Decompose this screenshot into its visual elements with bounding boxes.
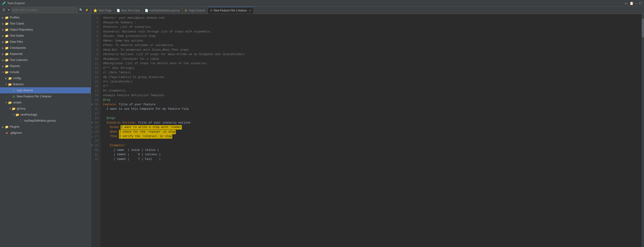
sidebar-item-keywords[interactable]: ▶ 📁 Keywords <box>0 51 91 57</box>
sidebar-item-checkpoints[interactable]: ▶ 📁 Checkpoints <box>0 45 91 51</box>
scrollbar-thumb[interactable] <box>642 19 644 37</box>
sidebar-item-reports[interactable]: ▶ 📁 Reports <box>0 63 91 69</box>
search-wrap <box>12 8 78 13</box>
warning-icon-26: ⚠ <box>92 130 93 134</box>
ln-8: 8 <box>91 48 100 53</box>
ln-16: 16 <box>91 84 100 89</box>
sidebar-item-login-feature[interactable]: ⚙ logIn.feature <box>0 87 91 93</box>
label-profiles: Profiles <box>10 16 20 19</box>
code-line-9: #Scenario Outline: List of steps for dat… <box>103 52 639 57</box>
code-line-16: #"" <box>103 84 639 89</box>
code-line-26: When I check for the <value> in step <box>103 130 639 134</box>
sidebar-item-features[interactable]: ▼ 📂 features <box>0 81 91 87</box>
ln-9: 9 <box>91 52 100 57</box>
code-line-1: #Author: your.email@your.domain.com <box>103 16 639 21</box>
arrow-checkpoints: ▶ <box>2 47 5 49</box>
label-newpackage: newPackage <box>20 113 37 116</box>
collapse-all-btn[interactable]: ☰ <box>2 8 6 12</box>
code-line-23: @tag1 <box>103 116 639 121</box>
label-reports: Reports <box>10 64 20 68</box>
search-input[interactable] <box>12 9 76 12</box>
label-groovy: groovy <box>17 107 26 110</box>
mystepdef-tab-icon: 📄 <box>145 9 148 12</box>
label-login-feature: logIn.feature <box>17 89 33 92</box>
folder-icon-object-repository: 📁 <box>5 28 9 32</box>
title-bar-maximize-btn[interactable]: ☐ <box>639 2 642 5</box>
ln-29: ▼29 <box>91 143 100 148</box>
sidebar-item-test-listeners[interactable]: ▶ 📁 Test Listeners <box>0 57 91 63</box>
folder-icon-features: 📂 <box>8 83 12 86</box>
tab-login-feature[interactable]: ⚙ *logIn.feature <box>182 7 208 14</box>
title-bar-text: Tests Explorer <box>7 2 25 5</box>
feature-icon-login: ⚙ <box>12 89 16 92</box>
code-line-32: | name2 | 7 | Fail | <box>103 157 639 162</box>
code-line-30: | name | value | status | <box>103 148 639 153</box>
line-numbers: 1 2 3 4 5 6 7 8 9 10 11 12 13 14 <box>91 14 100 247</box>
folder-icon-profiles: 📁 <box>5 16 9 19</box>
sidebar-item-data-files[interactable]: ▶ 📁 Data Files <box>0 39 91 45</box>
sidebar-item-test-cases[interactable]: ▶ 📁 Test Cases <box>0 21 91 27</box>
code-line-19: @tag <box>103 98 639 103</box>
arrow-groovy: ▼ <box>8 107 12 110</box>
arrow-object-repository: ▶ <box>2 29 5 31</box>
ln-2: 2 <box>91 21 100 25</box>
sidebar-item-profiles[interactable]: ▶ 📁 Profiles <box>0 15 91 21</box>
title-bar-pin-btn[interactable]: 📋 <box>630 2 634 5</box>
folder-icon-data-files: 📁 <box>5 40 9 44</box>
code-area: 1 2 3 4 5 6 7 8 9 10 11 12 13 14 <box>91 14 642 247</box>
sidebar-item-new-feature-file[interactable]: ⚙ New Feature File 1.feature <box>0 93 91 99</box>
code-line-11: #Background: List of steps run before ea… <box>103 61 639 66</box>
search-options-btn[interactable]: ⚡ <box>84 9 89 12</box>
ln-19: 19 <box>91 98 100 103</box>
sidebar-item-scripts[interactable]: ▼ 📂 scripts <box>0 99 91 106</box>
title-bar-controls: ▭ 📋 – ☐ <box>625 2 642 5</box>
title-bar-grid-btn[interactable]: ▭ <box>625 2 628 5</box>
sidebar-item-newpackage[interactable]: ▼ 📂 newPackage <box>0 112 91 118</box>
tab-new-test-case[interactable]: 📄 New Test Case <box>114 7 142 14</box>
folder-icon-test-cases: 📁 <box>5 22 9 26</box>
editor-content[interactable]: 1 2 3 4 5 6 7 8 9 10 11 12 13 14 <box>91 14 642 247</box>
sidebar-item-object-repository[interactable]: ▶ 📁 Object Repository <box>0 27 91 33</box>
ln-21: 21 <box>91 107 100 112</box>
ln-31: 31 <box>91 152 100 157</box>
arrow-keywords: ▶ <box>2 53 5 55</box>
tab-start-page[interactable]: ⭐ Start Page <box>91 7 114 14</box>
sidebar-item-plugins[interactable]: ▶ 📁 Plugins <box>0 124 91 130</box>
ln-7: 7 <box>91 43 100 48</box>
folder-icon-plugins: 📁 <box>5 125 9 129</box>
ln-3: 3 <box>91 25 100 30</box>
ln-30: 30 <box>91 148 100 153</box>
label-new-feature-file: New Feature File 1.feature <box>17 95 51 98</box>
ln-24: ▼24 <box>91 121 100 125</box>
ln-32: 32 <box>91 157 100 162</box>
ln-1: 1 <box>91 16 100 21</box>
sidebar-item-gitignore[interactable]: ◆ .gitignore <box>0 130 91 136</box>
tab-new-feature-file[interactable]: ⚙ New Feature File 1.feature ✕ <box>208 7 254 14</box>
sidebar-item-groovy[interactable]: ▼ 📂 groovy <box>0 106 91 112</box>
file-icon-mystepdef: ⬛ <box>19 119 23 122</box>
label-scripts: scripts <box>13 101 22 104</box>
sidebar-item-test-suites[interactable]: ▶ 📁 Test Suites <box>0 33 91 39</box>
arrow-test-listeners: ▶ <box>2 59 5 61</box>
filter-btn[interactable]: ▾ <box>7 8 10 12</box>
arrow-features: ▼ <box>5 83 8 86</box>
tab-mystepdef[interactable]: 📄 myStepDefinition.groovy <box>142 7 182 14</box>
arrow-test-cases: ▶ <box>2 23 5 25</box>
arrow-scripts: ▼ <box>5 101 8 104</box>
label-test-suites: Test Suites <box>10 34 24 37</box>
ln-4: 4 <box>91 30 100 34</box>
code-line-18: #Sample Feature Definition Template <box>103 93 639 98</box>
arrow-reports: ▶ <box>2 65 5 68</box>
vertical-scrollbar[interactable] <box>642 14 644 247</box>
ln-25: ⚠25 <box>91 125 100 130</box>
ln-17: 17 <box>91 89 100 93</box>
search-submit-btn[interactable]: 🔍 <box>78 9 84 12</box>
folder-icon-test-suites: 📁 <box>5 34 9 38</box>
sidebar-item-mystepdef[interactable]: ⬛ myStepDefinition.groovy <box>0 118 91 124</box>
title-bar-minimize-btn[interactable]: – <box>635 2 637 5</box>
tree: ▶ 📁 Profiles ▶ 📁 Test Cases ▶ 📁 Object R… <box>0 14 91 247</box>
sidebar-item-config[interactable]: ▶ 📁 config <box>0 75 91 81</box>
tab-close-btn[interactable]: ✕ <box>249 9 251 12</box>
ln-11: 11 <box>91 61 100 66</box>
sidebar-item-include[interactable]: ▼ 📂 Include <box>0 69 91 75</box>
